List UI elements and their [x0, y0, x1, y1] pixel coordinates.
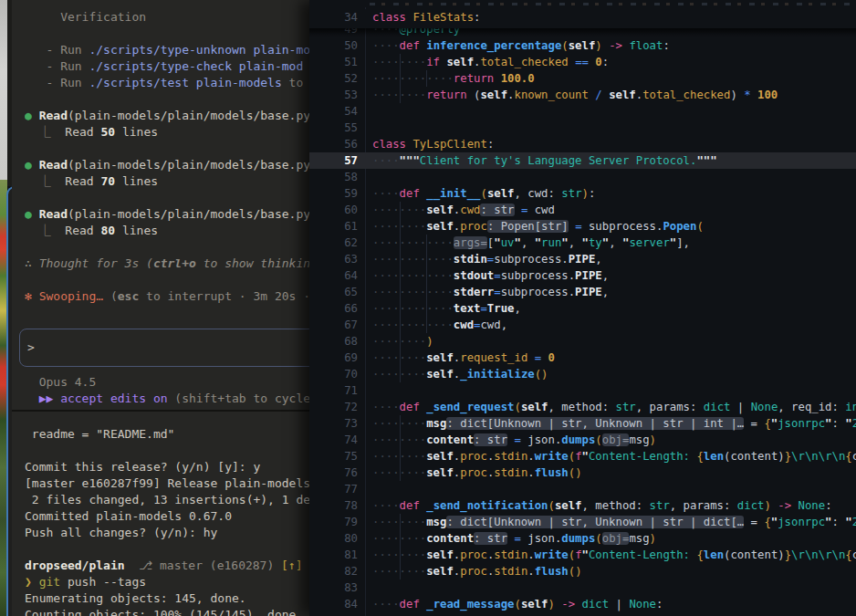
indent-guide: ····	[372, 432, 400, 448]
token: def	[400, 401, 420, 413]
token: server	[629, 236, 669, 249]
code-line[interactable]: 61········self.proc: Popen[str] = subpro…	[309, 218, 856, 235]
line-number: 60	[309, 202, 358, 218]
token: self	[426, 548, 454, 561]
line-number: 83	[309, 579, 358, 596]
indent-guide: ····	[372, 596, 400, 612]
code-line[interactable]: 58	[309, 169, 856, 185]
code-text: ············stderr=subprocess.PIPE,	[372, 284, 609, 300]
token: 2.	[852, 417, 856, 430]
code-line[interactable]: 84····def _read_message(self) -> dict | …	[309, 596, 856, 612]
token: 70	[100, 174, 115, 188]
code-line[interactable]: 51········if self.total_checked == 0:	[309, 54, 856, 70]
token: Commit this release? (y/n) [y]: y	[25, 460, 260, 474]
code-line[interactable]: 76········self.proc.stdin.flush()	[309, 465, 856, 481]
indent-guide: ····	[372, 317, 400, 333]
code-line[interactable]: 55	[309, 120, 856, 136]
code-line[interactable]: 57····"""Client for ty's Language Server…	[309, 152, 856, 169]
terminal-line: ∴ Thought for 3s (ctrl+o to show thinkin…	[25, 256, 309, 272]
indent-guide: ····	[372, 235, 400, 251]
token: len	[704, 548, 724, 561]
token: )	[650, 433, 656, 446]
token: self	[426, 565, 454, 578]
indent-guide: ····	[372, 399, 400, 415]
token: ->	[561, 598, 575, 611]
code-line[interactable]: 50····def inference_percentage(self) -> …	[309, 37, 856, 54]
code-line[interactable]: 67············cwd=cwd,	[309, 317, 856, 333]
indent-guide: ····	[400, 251, 427, 267]
token: msg	[426, 516, 446, 528]
token: :	[831, 417, 845, 430]
code-text: ········if self.total_checked == 0:	[372, 54, 609, 70]
code-area[interactable]: 49····@property50····def inference_perce…	[309, 21, 856, 612]
code-line[interactable]: 60········self.cwd: str = cwd	[309, 202, 856, 218]
token: - Run	[25, 76, 89, 89]
token: Read	[39, 158, 68, 172]
code-line[interactable]: 71	[309, 382, 856, 399]
code-line[interactable]: 63············stdin=subprocess.PIPE,	[309, 251, 856, 267]
code-line[interactable]: 59····def __init__(self, cwd: str):	[309, 185, 856, 202]
code-line[interactable]: 83	[309, 579, 856, 596]
token: (content)	[724, 548, 785, 561]
sticky-scroll-header[interactable]: 34 class FileStats:	[309, 9, 856, 28]
line-number: 68	[309, 333, 358, 350]
code-line[interactable]: 62············args=["uv", "run", "ty", "…	[309, 235, 856, 251]
code-line[interactable]: 79········msg: dict[Unknown | str, Unkno…	[309, 514, 856, 530]
indent-guide: ····	[400, 448, 427, 465]
indent-guide: ····	[426, 70, 454, 87]
code-line[interactable]: 52············return 100.0	[309, 70, 856, 87]
token: cwd	[454, 318, 474, 331]
token: ∴ Thought for 3s (	[25, 256, 153, 270]
token: ->	[609, 39, 622, 52]
token: subprocess.	[501, 269, 575, 282]
code-line[interactable]: 66············text=True,	[309, 300, 856, 317]
token: to show thinking)	[196, 256, 309, 270]
code-line[interactable]: 80········content: str = json.dumps(obj=…	[309, 530, 856, 547]
token: \r\n\r\n	[791, 548, 845, 561]
indent-guide: ····	[372, 448, 400, 465]
code-line[interactable]: 77	[309, 481, 856, 497]
code-line[interactable]: 64············stdout=subprocess.PIPE,	[309, 267, 856, 284]
code-line[interactable]: 69········self.request_id = 0	[309, 350, 856, 366]
code-line[interactable]: 72····def _send_request(self, method: st…	[309, 399, 856, 415]
line-number: 71	[309, 382, 358, 399]
indent-guide: ····	[372, 497, 400, 514]
token: stderr	[454, 286, 494, 298]
code-line[interactable]: 68········)	[309, 333, 856, 350]
token: :	[474, 11, 480, 24]
prompt-input[interactable]: >	[27, 339, 35, 356]
terminal-line: - Run ./scripts/test plain-models to	[25, 75, 309, 91]
token: proc	[460, 466, 487, 479]
token: self	[426, 466, 454, 479]
claude-prompt-box[interactable]: >	[19, 329, 309, 367]
code-line[interactable]: 56class TyLspClient:	[309, 136, 856, 152]
token: self	[569, 39, 596, 52]
token: int	[845, 401, 856, 413]
code-line[interactable]: 78····def _send_notification(self, metho…	[309, 497, 856, 514]
token: str	[561, 187, 581, 200]
token: PIPE	[569, 253, 596, 266]
code-line[interactable]: 73········msg: dict[Unknown | str, Unkno…	[309, 415, 856, 432]
code-line[interactable]: 81········self.proc.stdin.write(f"Conten…	[309, 547, 856, 563]
token: esc	[118, 289, 139, 303]
code-line[interactable]: 75········self.proc.stdin.write(f"Conten…	[309, 448, 856, 465]
code-text: ····def inference_percentage(self) -> fl…	[372, 37, 670, 54]
token: Content-Length:	[589, 450, 696, 463]
code-line[interactable]: 70········self._initialize()	[309, 366, 856, 382]
terminal-line	[25, 190, 309, 206]
code-line[interactable]: 82········self.proc.stdin.flush()	[309, 563, 856, 579]
token: Read	[39, 109, 68, 122]
token: readme = "README.md"	[25, 427, 174, 441]
indent-guide: ····	[400, 432, 427, 448]
code-line[interactable]: 65············stderr=subprocess.PIPE,	[309, 284, 856, 300]
token: proc	[460, 565, 487, 578]
code-editor-window[interactable]: 49····@property50····def inference_perce…	[309, 0, 856, 616]
token: 100	[757, 89, 778, 101]
token: run	[541, 236, 561, 249]
code-line[interactable]: 53········return (self.known_count / sel…	[309, 87, 856, 103]
line-number: 59	[309, 185, 358, 202]
indent-guide: ····	[400, 54, 427, 70]
code-line[interactable]: 54	[309, 103, 856, 120]
token: ,	[609, 236, 622, 249]
code-line[interactable]: 74········content: str = json.dumps(obj=…	[309, 432, 856, 448]
